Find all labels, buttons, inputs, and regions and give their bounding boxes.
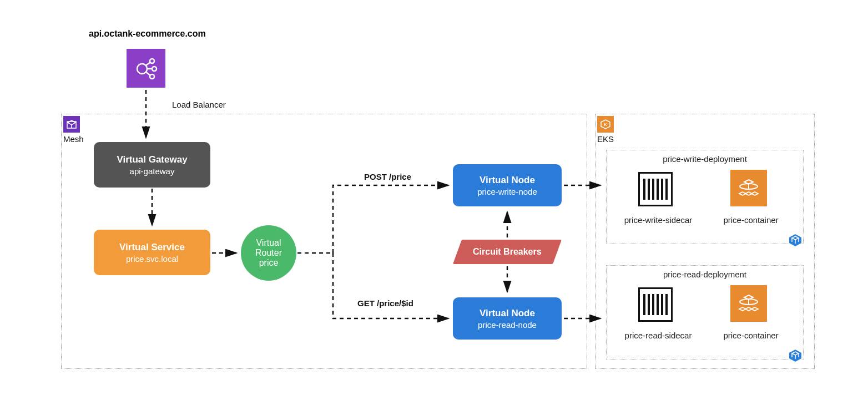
eks-icon: K [597,116,614,133]
circuit-breakers: Circuit Breakers [453,240,562,264]
route-get-label: GET /price/$id [357,298,413,308]
page-title: api.octank-ecommerce.com [89,29,206,39]
load-balancer-label: Load Balancer [172,100,226,109]
write-cube-badge-icon [788,233,803,247]
virtual-node-write-title: Virtual Node [480,175,535,186]
write-container-label: price-container [715,215,787,225]
virtual-node-write: Virtual Node price-write-node [453,164,562,206]
write-sidecar-icon [638,172,673,206]
read-container-icon [730,285,767,322]
write-container-icon [730,170,767,206]
virtual-service-title: Virtual Service [119,242,185,253]
virtual-node-write-subtitle: price-write-node [477,187,537,196]
virtual-gateway-title: Virtual Gateway [117,154,187,165]
read-deployment-label: price-read-deployment [606,270,804,279]
virtual-router-subtitle: price [259,258,279,268]
virtual-gateway-subtitle: api-gateway [130,166,175,176]
mesh-label: Mesh [63,134,84,144]
svg-point-0 [137,64,147,74]
svg-line-6 [146,72,150,75]
write-sidecar-label: price-write-sidecar [614,215,703,225]
virtual-router-node: Virtual Router price [241,225,296,281]
eks-label: EKS [597,134,614,144]
write-deployment-box [606,150,804,244]
svg-point-2 [152,67,157,71]
virtual-service-node: Virtual Service price.svc.local [94,230,210,275]
read-cube-badge-icon [788,348,803,363]
read-sidecar-icon [638,287,673,322]
virtual-node-read: Virtual Node price-read-node [453,297,562,340]
virtual-gateway-node: Virtual Gateway api-gateway [94,142,210,188]
read-container-label: price-container [715,331,787,340]
write-deployment-label: price-write-deployment [606,154,804,164]
load-balancer-icon [127,49,165,88]
read-deployment-box [606,265,804,360]
circuit-breakers-label: Circuit Breakers [473,247,542,257]
svg-text:K: K [604,122,607,127]
virtual-node-read-subtitle: price-read-node [478,320,537,330]
virtual-node-read-title: Virtual Node [480,308,535,319]
virtual-service-subtitle: price.svc.local [126,254,178,264]
svg-line-4 [146,62,150,65]
read-sidecar-label: price-read-sidecar [614,331,703,340]
virtual-router-title2: Router [255,248,282,258]
mesh-icon [63,116,80,133]
virtual-router-title1: Virtual [256,238,281,248]
route-post-label: POST /price [364,172,411,181]
